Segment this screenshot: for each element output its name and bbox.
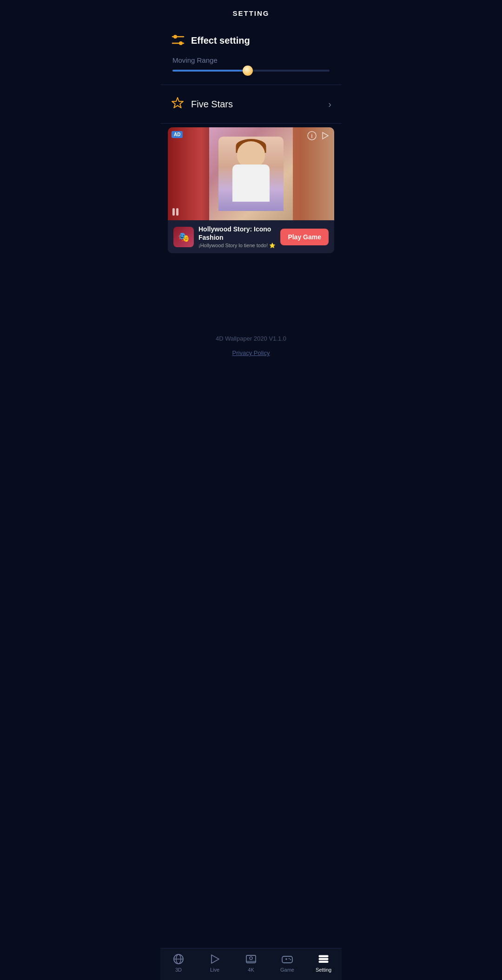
play-icon[interactable] bbox=[320, 131, 330, 143]
effect-setting-label: Effect setting bbox=[191, 35, 250, 46]
svg-text:i: i bbox=[311, 133, 312, 139]
five-stars-label: Five Stars bbox=[191, 99, 233, 110]
pause-bar-2 bbox=[176, 208, 178, 216]
ad-bottom-bar: 🎭 Hollywood Story: Icono Fashion ¡Hollyw… bbox=[168, 220, 334, 253]
effect-setting-section: Effect setting Moving Range bbox=[160, 25, 342, 81]
ad-pause-button[interactable] bbox=[172, 208, 178, 216]
character-placeholder bbox=[218, 137, 284, 211]
info-icon[interactable]: i bbox=[307, 131, 317, 143]
ad-game-title: Hollywood Story: Icono Fashion bbox=[198, 225, 280, 242]
divider-2 bbox=[160, 123, 342, 124]
character-body bbox=[232, 164, 270, 202]
ad-game-info: 🎭 Hollywood Story: Icono Fashion ¡Hollyw… bbox=[173, 225, 280, 249]
slider-thumb[interactable] bbox=[243, 66, 253, 76]
chevron-right-icon: › bbox=[328, 99, 331, 110]
page-header: SETTING bbox=[160, 0, 342, 25]
ad-center-image bbox=[209, 127, 293, 220]
slider-track bbox=[172, 70, 330, 72]
ad-badge: AD bbox=[172, 131, 183, 138]
ad-play-button[interactable]: Play Game bbox=[280, 229, 329, 245]
svg-point-1 bbox=[173, 35, 177, 39]
ad-game-icon-inner: 🎭 bbox=[173, 227, 194, 247]
content-spacer bbox=[160, 261, 342, 316]
ad-game-text: Hollywood Story: Icono Fashion ¡Hollywoo… bbox=[198, 225, 280, 249]
five-stars-left: Five Stars bbox=[171, 96, 233, 112]
moving-range-slider[interactable] bbox=[171, 70, 331, 72]
moving-range-label: Moving Range bbox=[171, 56, 331, 64]
svg-marker-6 bbox=[323, 132, 328, 139]
star-icon bbox=[171, 96, 185, 112]
five-stars-row[interactable]: Five Stars › bbox=[160, 89, 342, 119]
slider-fill bbox=[172, 70, 248, 72]
version-text: 4D Wallpaper 2020 V1.1.0 bbox=[160, 316, 342, 348]
privacy-policy-link[interactable]: Privacy Policy bbox=[160, 348, 342, 366]
page-title: SETTING bbox=[232, 9, 269, 17]
divider-1 bbox=[160, 85, 342, 85]
ad-container: AD i bbox=[168, 127, 334, 253]
ad-right-icons: i bbox=[307, 131, 330, 143]
pause-bar-1 bbox=[172, 208, 175, 216]
svg-point-3 bbox=[179, 41, 183, 45]
character-head bbox=[237, 141, 265, 167]
ad-game-subtitle: ¡Hollywood Story lo tiene todo! ⭐ bbox=[198, 243, 280, 249]
effect-setting-title: Effect setting bbox=[171, 33, 331, 48]
ad-game-icon: 🎭 bbox=[173, 227, 194, 247]
ad-video-area: AD i bbox=[168, 127, 334, 220]
effect-icon bbox=[171, 33, 185, 48]
